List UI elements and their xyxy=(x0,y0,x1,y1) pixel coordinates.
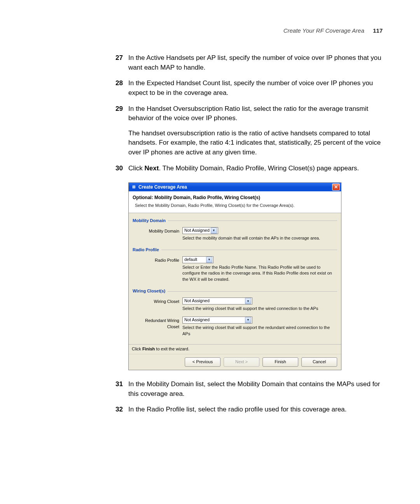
step-number: 31 xyxy=(35,380,128,399)
wizard-footer: Click Finish to exit the wizard.< Previo… xyxy=(129,344,341,370)
group-mobility-domain: Mobility Domain xyxy=(133,218,168,224)
step-text: The handset oversubscription ratio is th… xyxy=(128,129,385,158)
wiring-closet-select-value: Not Assigned xyxy=(184,298,244,304)
step-body: Click Next. The Mobility Domain, Radio P… xyxy=(128,164,385,173)
step-text: In the Mobility Domain list, select the … xyxy=(128,380,385,399)
mobility-domain-select-value: Not Assigned xyxy=(184,228,210,234)
step-body: In the Radio Profile list, select the ra… xyxy=(128,405,385,415)
step-number: 28 xyxy=(35,79,128,98)
wizard-figure: ⊞Create Coverage Area✕Optional: Mobility… xyxy=(35,182,385,370)
radio-profile-select-value: default xyxy=(184,257,205,263)
step-number: 32 xyxy=(35,405,128,415)
step-body: In the Handset Oversubscription Ratio li… xyxy=(128,104,385,158)
finish-button[interactable]: Finish xyxy=(262,357,298,367)
step-text: In the Active Handsets per AP list, spec… xyxy=(128,53,385,72)
steps-list: 27In the Active Handsets per AP list, sp… xyxy=(35,53,385,415)
step-28: 28In the Expected Handset Count list, sp… xyxy=(35,79,385,98)
chevron-down-icon: ▼ xyxy=(245,317,251,323)
step-30: 30Click Next. The Mobility Domain, Radio… xyxy=(35,164,385,173)
mobility-domain-label: Mobility Domain xyxy=(133,227,182,234)
redundant-wiring-closet-help: Select the wiring closet that will suppo… xyxy=(182,325,337,337)
divider xyxy=(161,250,337,250)
step-body: In the Expected Handset Count list, spec… xyxy=(128,79,385,98)
step-number: 27 xyxy=(35,53,128,72)
chevron-down-icon: ▼ xyxy=(211,228,217,234)
next-button: Next > xyxy=(224,357,259,367)
step-number: 29 xyxy=(35,104,128,158)
group-radio-profile: Radio Profile xyxy=(133,247,161,253)
cancel-button[interactable]: Cancel xyxy=(301,357,337,367)
wizard-hint: Click Finish to exit the wizard. xyxy=(129,345,341,354)
window-title: Create Coverage Area xyxy=(138,184,332,191)
wizard-subtitle: Select the Mobility Domain, Radio Profil… xyxy=(133,203,337,209)
divider xyxy=(168,291,337,292)
page-number: 117 xyxy=(373,27,383,34)
step-31: 31In the Mobility Domain list, select th… xyxy=(35,380,385,399)
step-text: Click Next. The Mobility Domain, Radio P… xyxy=(128,164,385,173)
step-text: In the Radio Profile list, select the ra… xyxy=(128,405,385,415)
running-title: Create Your RF Coverage Area xyxy=(284,27,364,34)
redundant-wiring-closet-select[interactable]: Not Assigned▼ xyxy=(182,317,252,324)
wiring-closet-label: Wiring Closet xyxy=(133,298,182,305)
step-number: 30 xyxy=(35,164,128,173)
step-32: 32In the Radio Profile list, select the … xyxy=(35,405,385,415)
wizard-header: Optional: Mobility Domain, Radio Profile… xyxy=(129,191,341,213)
wizard-title: Optional: Mobility Domain, Radio Profile… xyxy=(133,194,337,201)
mobility-domain-help: Select the mobility domain that will con… xyxy=(182,235,337,242)
wiring-closet-select[interactable]: Not Assigned▼ xyxy=(182,298,252,304)
step-text: In the Handset Oversubscription Ratio li… xyxy=(128,104,385,123)
step-text: In the Expected Handset Count list, spec… xyxy=(128,79,385,98)
redundant-wiring-closet-label: Redundant Wiring Closet xyxy=(133,317,182,330)
step-27: 27In the Active Handsets per AP list, sp… xyxy=(35,53,385,72)
previous-button[interactable]: < Previous xyxy=(185,357,220,367)
redundant-wiring-closet-select-value: Not Assigned xyxy=(184,317,244,323)
close-icon[interactable]: ✕ xyxy=(332,184,340,191)
radio-profile-label: Radio Profile xyxy=(133,256,182,264)
chevron-down-icon: ▼ xyxy=(245,298,251,304)
titlebar: ⊞Create Coverage Area✕ xyxy=(129,183,341,191)
wiring-closet-help: Select the wiring closet that will suppo… xyxy=(182,306,337,312)
app-icon: ⊞ xyxy=(131,184,136,190)
step-body: In the Mobility Domain list, select the … xyxy=(128,380,385,399)
mobility-domain-select[interactable]: Not Assigned▼ xyxy=(182,227,218,234)
step-body: In the Active Handsets per AP list, spec… xyxy=(128,53,385,72)
step-29: 29In the Handset Oversubscription Ratio … xyxy=(35,104,385,158)
radio-profile-help: Select or Enter the Radio Profile Name. … xyxy=(182,264,337,283)
wizard-dialog: ⊞Create Coverage Area✕Optional: Mobility… xyxy=(128,182,341,370)
divider xyxy=(168,220,337,221)
wizard-body: Mobility DomainMobility DomainNot Assign… xyxy=(129,213,341,344)
chevron-down-icon: ▼ xyxy=(206,257,212,263)
running-header: Create Your RF Coverage Area 117 xyxy=(35,27,385,34)
radio-profile-select[interactable]: default▼ xyxy=(182,256,214,263)
group-wiring-closets: Wiring Closet(s) xyxy=(133,288,168,294)
